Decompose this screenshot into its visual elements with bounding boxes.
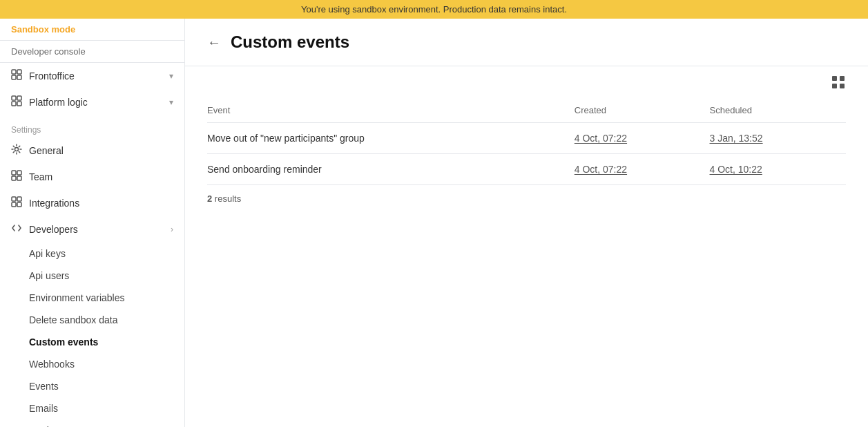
svg-rect-13 bbox=[12, 197, 16, 201]
environment-variables-label: Environment variables bbox=[29, 292, 125, 303]
platform-logic-icon bbox=[11, 95, 22, 109]
row2-scheduled: 4 Oct, 10:22 bbox=[710, 154, 846, 185]
sidebar-sub-item-emails[interactable]: Emails bbox=[0, 397, 184, 419]
page-title: Custom events bbox=[231, 32, 349, 52]
svg-rect-18 bbox=[840, 76, 845, 81]
team-icon bbox=[11, 170, 22, 184]
svg-rect-14 bbox=[17, 197, 21, 201]
svg-rect-10 bbox=[17, 171, 21, 175]
sidebar-sub-item-webhooks[interactable]: Webhooks bbox=[0, 353, 184, 375]
sidebar-sub-item-delete-sandbox-data[interactable]: Delete sandbox data bbox=[0, 309, 184, 331]
back-button[interactable]: ← bbox=[207, 35, 221, 50]
results-count: 2 results bbox=[185, 185, 868, 212]
sidebar-item-frontoffice[interactable]: Frontoffice ▾ bbox=[0, 63, 184, 89]
svg-point-8 bbox=[15, 148, 19, 151]
developer-console-label: Developer console bbox=[0, 41, 184, 63]
frontoffice-label: Frontoffice bbox=[29, 70, 75, 82]
developers-icon bbox=[11, 222, 22, 236]
sidebar-item-general[interactable]: General bbox=[0, 137, 184, 164]
view-toggle[interactable] bbox=[831, 75, 846, 90]
api-keys-label: Api keys bbox=[29, 248, 66, 259]
sidebar-sub-item-events[interactable]: Events bbox=[0, 375, 184, 397]
svg-rect-6 bbox=[12, 102, 16, 106]
row2-created: 4 Oct, 07:22 bbox=[575, 154, 710, 185]
sidebar-sub-item-deployments[interactable]: Deployments bbox=[0, 419, 184, 427]
svg-rect-9 bbox=[12, 171, 16, 175]
sidebar-item-developers[interactable]: Developers › bbox=[0, 216, 184, 243]
custom-events-label: Custom events bbox=[29, 336, 98, 348]
team-label: Team bbox=[29, 171, 52, 182]
svg-rect-0 bbox=[12, 70, 16, 74]
events-label: Events bbox=[29, 381, 59, 392]
delete-sandbox-data-label: Delete sandbox data bbox=[29, 314, 117, 325]
webhooks-label: Webhooks bbox=[29, 359, 75, 370]
general-label: General bbox=[29, 145, 64, 156]
svg-rect-12 bbox=[17, 176, 21, 180]
results-label: results bbox=[215, 193, 241, 204]
sidebar: Sandbox mode Developer console Frontoffi… bbox=[0, 19, 185, 427]
svg-rect-19 bbox=[832, 84, 837, 88]
platform-logic-chevron: ▾ bbox=[169, 97, 173, 107]
sidebar-sub-item-api-users[interactable]: Api users bbox=[0, 265, 184, 287]
sandbox-mode-label: Sandbox mode bbox=[11, 24, 75, 35]
svg-rect-1 bbox=[17, 70, 21, 74]
row2-event: Send onboarding reminder bbox=[207, 154, 575, 185]
developers-label: Developers bbox=[29, 224, 78, 235]
platform-logic-label: Platform logic bbox=[29, 97, 88, 108]
frontoffice-chevron: ▾ bbox=[169, 71, 173, 81]
integrations-label: Integrations bbox=[29, 198, 79, 209]
row1-event: Move out of "new participants" group bbox=[207, 123, 575, 154]
svg-rect-15 bbox=[12, 202, 16, 207]
svg-rect-3 bbox=[17, 75, 21, 79]
main-header: ← Custom events bbox=[185, 19, 868, 66]
sidebar-item-integrations[interactable]: Integrations bbox=[0, 190, 184, 216]
svg-rect-16 bbox=[17, 202, 21, 207]
row1-created: 4 Oct, 07:22 bbox=[575, 123, 710, 154]
general-icon bbox=[11, 144, 22, 158]
integrations-icon bbox=[11, 196, 22, 210]
results-number: 2 bbox=[207, 193, 212, 204]
svg-rect-11 bbox=[12, 176, 16, 180]
custom-events-table: Event Created Scheduled Move out of "new… bbox=[207, 98, 846, 185]
col-created: Created bbox=[575, 98, 710, 123]
svg-rect-4 bbox=[12, 96, 16, 100]
svg-rect-20 bbox=[840, 84, 845, 88]
sandbox-banner-text: You're using sandbox environment. Produc… bbox=[301, 4, 567, 15]
table-toolbar bbox=[185, 66, 868, 98]
sidebar-sub-item-environment-variables[interactable]: Environment variables bbox=[0, 287, 184, 309]
col-event: Event bbox=[207, 98, 575, 123]
sidebar-sub-item-api-keys[interactable]: Api keys bbox=[0, 243, 184, 265]
api-users-label: Api users bbox=[29, 270, 69, 281]
emails-label: Emails bbox=[29, 403, 58, 414]
sidebar-sub-item-custom-events[interactable]: Custom events bbox=[0, 331, 184, 353]
frontoffice-icon bbox=[11, 69, 22, 83]
svg-rect-7 bbox=[17, 102, 21, 106]
table-row: Send onboarding reminder 4 Oct, 07:22 4 … bbox=[207, 154, 846, 185]
settings-section-label: Settings bbox=[0, 115, 184, 137]
developers-chevron: › bbox=[171, 225, 173, 234]
col-scheduled: Scheduled bbox=[710, 98, 846, 123]
svg-rect-17 bbox=[832, 76, 837, 81]
svg-rect-2 bbox=[12, 75, 16, 79]
sidebar-item-platform-logic[interactable]: Platform logic ▾ bbox=[0, 89, 184, 115]
sidebar-item-team[interactable]: Team bbox=[0, 164, 184, 190]
sidebar-header: Sandbox mode bbox=[0, 19, 184, 41]
svg-rect-5 bbox=[17, 96, 21, 100]
grid-view-icon bbox=[831, 75, 846, 90]
row1-scheduled: 3 Jan, 13:52 bbox=[710, 123, 846, 154]
table-row: Move out of "new participants" group 4 O… bbox=[207, 123, 846, 154]
main-content: ← Custom events Event C bbox=[185, 19, 868, 427]
sandbox-banner: You're using sandbox environment. Produc… bbox=[0, 0, 868, 19]
